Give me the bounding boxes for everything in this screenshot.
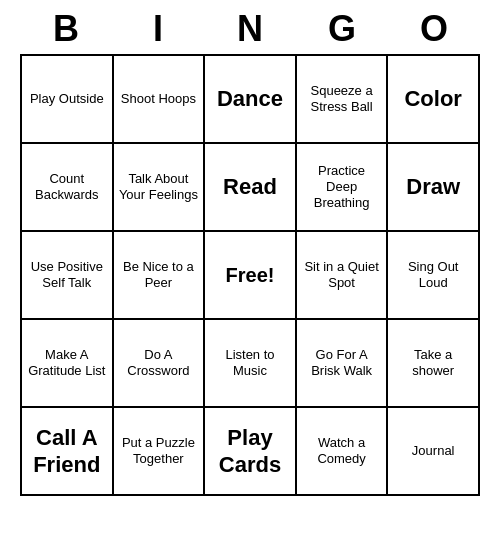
bingo-cell-0-2[interactable]: Dance	[205, 56, 297, 144]
bingo-cell-3-0[interactable]: Make A Gratitude List	[22, 320, 114, 408]
bingo-cell-4-3[interactable]: Watch a Comedy	[297, 408, 389, 496]
bingo-cell-4-4[interactable]: Journal	[388, 408, 480, 496]
bingo-cell-2-0[interactable]: Use Positive Self Talk	[22, 232, 114, 320]
bingo-cell-3-2[interactable]: Listen to Music	[205, 320, 297, 408]
bingo-cell-1-2[interactable]: Read	[205, 144, 297, 232]
bingo-grid: Play OutsideShoot HoopsDanceSqueeze a St…	[20, 54, 480, 496]
bingo-cell-2-1[interactable]: Be Nice to a Peer	[114, 232, 206, 320]
bingo-letter: O	[392, 8, 476, 50]
bingo-cell-1-3[interactable]: Practice Deep Breathing	[297, 144, 389, 232]
bingo-cell-3-1[interactable]: Do A Crossword	[114, 320, 206, 408]
bingo-letter: I	[116, 8, 200, 50]
bingo-cell-0-3[interactable]: Squeeze a Stress Ball	[297, 56, 389, 144]
bingo-cell-1-4[interactable]: Draw	[388, 144, 480, 232]
bingo-cell-2-4[interactable]: Sing Out Loud	[388, 232, 480, 320]
bingo-cell-1-1[interactable]: Talk About Your Feelings	[114, 144, 206, 232]
bingo-cell-1-0[interactable]: Count Backwards	[22, 144, 114, 232]
bingo-letter: G	[300, 8, 384, 50]
bingo-letter: N	[208, 8, 292, 50]
bingo-cell-2-3[interactable]: Sit in a Quiet Spot	[297, 232, 389, 320]
bingo-cell-2-2[interactable]: Free!	[205, 232, 297, 320]
bingo-cell-4-0[interactable]: Call A Friend	[22, 408, 114, 496]
bingo-cell-0-1[interactable]: Shoot Hoops	[114, 56, 206, 144]
bingo-letter: B	[24, 8, 108, 50]
bingo-cell-3-4[interactable]: Take a shower	[388, 320, 480, 408]
bingo-header: BINGO	[20, 0, 480, 54]
bingo-cell-0-0[interactable]: Play Outside	[22, 56, 114, 144]
bingo-cell-4-2[interactable]: Play Cards	[205, 408, 297, 496]
bingo-cell-3-3[interactable]: Go For A Brisk Walk	[297, 320, 389, 408]
bingo-cell-4-1[interactable]: Put a Puzzle Together	[114, 408, 206, 496]
bingo-cell-0-4[interactable]: Color	[388, 56, 480, 144]
